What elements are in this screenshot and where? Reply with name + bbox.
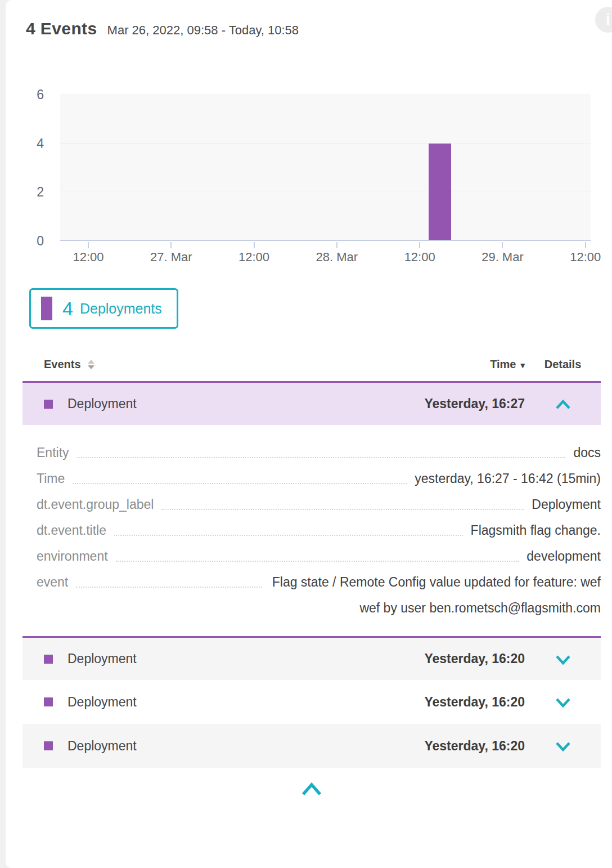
event-row-expanded[interactable]: Deployment Yesterday, 16:27 <box>22 381 601 425</box>
dotted-leader <box>77 440 566 458</box>
collapse-all-button[interactable] <box>22 782 601 798</box>
event-details-panel: Entity docs Time yesterday, 16:27 - 16:4… <box>22 425 601 636</box>
detail-value: Flag state / Remote Config value updated… <box>270 569 601 621</box>
chevron-down-icon <box>555 741 571 751</box>
x-axis-tick <box>419 242 420 248</box>
detail-label: Entity <box>37 440 69 466</box>
detail-value: yesterday, 16:27 - 16:42 (15min) <box>415 466 601 491</box>
detail-row: dt.event.title Flagsmith flag change. <box>37 517 601 543</box>
event-time: Yesterday, 16:20 <box>424 695 525 710</box>
dotted-leader <box>114 517 463 536</box>
dotted-leader <box>116 543 519 562</box>
gridline <box>60 143 591 144</box>
x-axis-tick-label: 27. Mar <box>150 250 192 265</box>
event-type-label: Deployment <box>68 695 137 710</box>
x-axis-tick-label: 12:00 <box>404 250 435 265</box>
column-header-events[interactable]: Events <box>44 358 490 371</box>
expand-row-button[interactable] <box>525 739 601 754</box>
x-axis-tick-label: 12:00 <box>238 250 269 265</box>
deployments-swatch-icon <box>41 297 52 320</box>
event-type-label: Deployment <box>68 396 137 411</box>
detail-value: Deployment <box>532 491 601 517</box>
detail-value: docs <box>573 440 601 466</box>
x-axis-tick <box>336 242 338 248</box>
y-axis-tick-label: 6 <box>37 86 44 103</box>
column-header-details: Details <box>525 358 601 371</box>
detail-value: development <box>526 543 601 569</box>
x-axis-tick-label: 12:00 <box>73 250 104 265</box>
details-header-label: Details <box>544 358 582 370</box>
table-header: Events Time▾ Details <box>22 354 601 381</box>
detail-row: environment development <box>37 543 601 569</box>
event-type-label: Deployment <box>68 739 137 754</box>
events-panel: i 4 Events Mar 26, 2022, 09:58 - Today, … <box>6 0 612 868</box>
dotted-leader <box>76 569 262 588</box>
time-header-label: Time <box>490 358 516 370</box>
chart-y-axis: 0246 <box>6 95 44 241</box>
detail-row: event Flag state / Remote Config value u… <box>37 569 601 621</box>
deployment-marker-icon <box>44 741 53 750</box>
detail-label: dt.event.group_label <box>37 491 154 517</box>
x-axis-tick-label: 29. Mar <box>482 250 524 265</box>
x-axis-tick-label: 28. Mar <box>316 250 358 265</box>
chevron-down-icon <box>555 697 571 708</box>
chevron-down-icon <box>555 655 571 665</box>
chevron-up-icon <box>555 400 571 410</box>
events-header-label: Events <box>44 358 81 371</box>
panel-header: 4 Events Mar 26, 2022, 09:58 - Today, 10… <box>26 19 612 38</box>
dotted-leader <box>161 491 524 510</box>
sort-down-icon <box>88 365 94 369</box>
event-row[interactable]: Deployment Yesterday, 16:20 <box>22 724 601 768</box>
legend-label: Deployments <box>80 301 162 317</box>
gridline <box>60 191 591 191</box>
date-range: Mar 26, 2022, 09:58 - Today, 10:58 <box>107 23 299 38</box>
y-axis-tick-label: 4 <box>37 135 44 152</box>
chart-x-axis: 12:0027. Mar12:0028. Mar12:0029. Mar12:0… <box>60 242 591 273</box>
detail-value: Flagsmith flag change. <box>471 517 601 543</box>
x-axis-tick <box>88 242 89 248</box>
event-row[interactable]: Deployment Yesterday, 16:20 <box>22 636 601 680</box>
detail-row: dt.event.group_label Deployment <box>37 491 601 517</box>
y-axis-tick-label: 2 <box>37 184 44 200</box>
chevron-up-icon <box>300 782 323 796</box>
expand-row-button[interactable] <box>525 695 601 710</box>
page-title: 4 Events <box>26 19 97 38</box>
y-axis-tick-label: 0 <box>37 232 44 249</box>
x-axis-tick <box>585 242 586 248</box>
column-header-time[interactable]: Time▾ <box>490 358 525 371</box>
detail-label: event <box>37 569 68 621</box>
chart-bar-deployments[interactable] <box>429 144 451 240</box>
x-axis-tick-label: 12:00 <box>570 250 601 265</box>
detail-row: Time yesterday, 16:27 - 16:42 (15min) <box>37 466 601 491</box>
detail-row: Entity docs <box>37 440 601 466</box>
sort-up-icon <box>88 360 94 364</box>
deployment-marker-icon <box>44 400 53 409</box>
event-time: Yesterday, 16:27 <box>424 396 525 411</box>
collapse-row-button[interactable] <box>525 396 601 411</box>
deployment-marker-icon <box>44 655 53 664</box>
chart-plot[interactable] <box>60 95 591 241</box>
legend-count: 4 <box>62 298 73 320</box>
events-table: Events Time▾ Details Deployment Yesterda… <box>22 354 601 798</box>
event-type-label: Deployment <box>68 651 137 666</box>
chart-legend-deployments[interactable]: 4 Deployments <box>29 288 178 329</box>
event-time: Yesterday, 16:20 <box>424 651 525 666</box>
event-time: Yesterday, 16:20 <box>424 739 525 754</box>
event-row[interactable]: Deployment Yesterday, 16:20 <box>22 680 601 724</box>
detail-label: environment <box>37 543 108 569</box>
x-axis-tick <box>502 242 503 248</box>
events-chart: 0246 12:0027. Mar12:0028. Mar12:0029. Ma… <box>6 95 612 275</box>
sort-caret-down-icon: ▾ <box>520 360 525 370</box>
detail-label: Time <box>37 466 65 491</box>
dotted-leader <box>73 466 407 484</box>
x-axis-tick <box>254 242 255 248</box>
x-axis-tick <box>170 242 172 248</box>
sort-arrows-icon[interactable] <box>88 360 94 369</box>
detail-label: dt.event.title <box>37 517 106 543</box>
deployment-marker-icon <box>44 697 53 706</box>
expand-row-button[interactable] <box>525 651 601 666</box>
